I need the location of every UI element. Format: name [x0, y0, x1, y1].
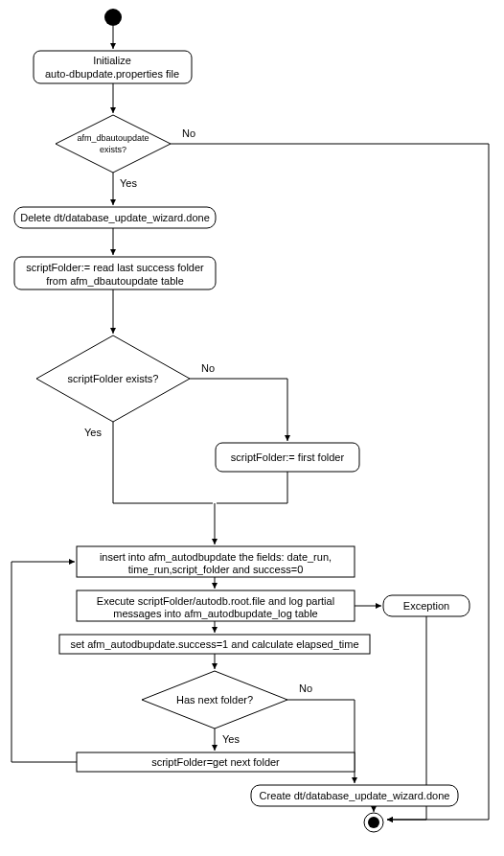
- d1-no-label: No: [182, 127, 195, 139]
- svg-text:scriptFolder:= read last succe: scriptFolder:= read last success folder: [26, 262, 204, 273]
- edge-getnext-loop: [11, 562, 77, 762]
- svg-text:auto-dbupdate.properties file: auto-dbupdate.properties file: [45, 68, 179, 80]
- svg-text:Initialize: Initialize: [93, 55, 131, 66]
- svg-text:insert into afm_autodbupdate t: insert into afm_autodbupdate the fields:…: [100, 551, 332, 563]
- d2-yes-label: Yes: [84, 427, 102, 438]
- setsuccess-node: set afm_autodbupdate.success=1 and calcu…: [59, 635, 370, 654]
- svg-text:scriptFolder:= first folder: scriptFolder:= first folder: [231, 451, 345, 463]
- d3-node: Has next folder?: [142, 671, 287, 729]
- svg-text:Execute scriptFolder/autodb.ro: Execute scriptFolder/autodb.root.file an…: [97, 595, 334, 607]
- svg-text:scriptFolder=get next folder: scriptFolder=get next folder: [151, 756, 280, 768]
- delete-node: Delete dt/database_update_wizard.done: [14, 207, 216, 228]
- d2-no-label: No: [201, 362, 215, 374]
- d3-no-label: No: [299, 682, 312, 694]
- svg-text:afm_dbautoupdate: afm_dbautoupdate: [77, 133, 149, 143]
- edge-d2-no-first: [190, 379, 287, 441]
- d2-node: scriptFolder exists?: [36, 335, 190, 422]
- insert-node: insert into afm_autodbupdate the fields:…: [77, 546, 355, 577]
- svg-text:Delete dt/database_update_wiza: Delete dt/database_update_wizard.done: [20, 212, 210, 223]
- svg-text:scriptFolder exists?: scriptFolder exists?: [68, 373, 159, 384]
- d1-node: afm_dbautoupdate exists?: [56, 115, 171, 173]
- readlast-node: scriptFolder:= read last success folder …: [14, 257, 216, 289]
- edge-first-merge: [217, 472, 287, 503]
- end-node: [364, 813, 383, 832]
- svg-text:set afm_autodbupdate.success=1: set afm_autodbupdate.success=1 and calcu…: [70, 638, 358, 650]
- d3-yes-label: Yes: [222, 733, 240, 745]
- execute-node: Execute scriptFolder/autodb.root.file an…: [77, 590, 355, 621]
- start-node: [104, 9, 122, 26]
- getnext-node: scriptFolder=get next folder: [77, 752, 355, 772]
- svg-point-32: [368, 817, 379, 828]
- flowchart-diagram: Initialize auto-dbupdate.properties file…: [0, 0, 504, 856]
- svg-text:exists?: exists?: [100, 145, 126, 154]
- svg-text:Has next folder?: Has next folder?: [176, 694, 253, 706]
- edge-d2-yes-merge: [113, 422, 213, 503]
- svg-text:Create dt/database_update_wiza: Create dt/database_update_wizard.done: [260, 790, 450, 801]
- svg-text:time_run,script_folder and suc: time_run,script_folder and success=0: [128, 564, 304, 575]
- create-node: Create dt/database_update_wizard.done: [251, 785, 458, 806]
- svg-text:messages into afm_autodbupdate: messages into afm_autodbupdate_log table: [113, 608, 317, 619]
- svg-text:Exception: Exception: [403, 600, 449, 612]
- svg-text:from afm_dbautoupdate table: from afm_dbautoupdate table: [46, 275, 184, 287]
- svg-marker-3: [56, 115, 171, 173]
- firstfolder-node: scriptFolder:= first folder: [216, 443, 359, 472]
- exception-node: Exception: [383, 595, 470, 616]
- d1-yes-label: Yes: [120, 177, 137, 189]
- init-node: Initialize auto-dbupdate.properties file: [34, 51, 192, 83]
